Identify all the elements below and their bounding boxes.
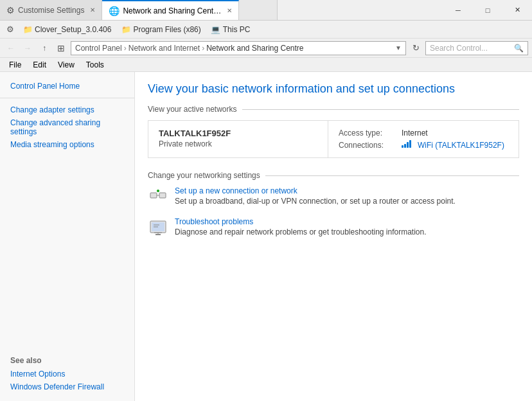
troubleshoot-desc: Diagnose and repair network problems or … bbox=[175, 227, 427, 236]
search-placeholder: Search Control... bbox=[430, 44, 511, 53]
address-field[interactable]: Control Panel › Network and Internet › N… bbox=[71, 41, 406, 55]
pc-icon: 💻 bbox=[211, 25, 220, 34]
search-box[interactable]: Search Control... 🔍 bbox=[425, 41, 528, 55]
breadcrumb-control-panel: Control Panel bbox=[75, 44, 122, 53]
network-type: Private network bbox=[159, 139, 317, 148]
bookmarks-toolbar: ⚙ 📁 Clover_Setup_3.0.406 📁 Program Files… bbox=[0, 21, 532, 39]
sidebar-link-adapter-settings[interactable]: Change adapter settings bbox=[0, 103, 134, 116]
tab1-label: Customise Settings bbox=[18, 6, 84, 15]
page-title: View your basic network information and … bbox=[148, 82, 519, 96]
bookmark-pc-label: This PC bbox=[223, 25, 251, 34]
tab2-label: Network and Sharing Cent… bbox=[123, 6, 221, 15]
window-controls: ─ □ ✕ bbox=[443, 0, 532, 20]
connections-row: Connections: WiFi (TALKTALK1F952F) bbox=[339, 140, 504, 150]
wifi-bars bbox=[402, 140, 411, 148]
settings-item-new-connection: Set up a new connection or network Set u… bbox=[148, 186, 519, 207]
new-connection-text: Set up a new connection or network Set u… bbox=[175, 186, 456, 206]
folder-icon2: 📁 bbox=[121, 25, 130, 34]
home-button[interactable]: ⊞ bbox=[54, 41, 68, 55]
search-icon[interactable]: 🔍 bbox=[514, 44, 524, 53]
network-info-right: Access type: Internet Connections: WiFi … bbox=[328, 121, 515, 157]
back-button[interactable]: ← bbox=[4, 41, 18, 55]
sidebar-link-internet-options[interactable]: Internet Options bbox=[0, 368, 134, 380]
wifi-signal-icon bbox=[402, 140, 412, 150]
wifi-connection-link[interactable]: WiFi (TALKTALK1F952F) bbox=[418, 141, 504, 150]
connections-label: Connections: bbox=[339, 141, 396, 150]
address-bar: ← → ↑ ⊞ Control Panel › Network and Inte… bbox=[0, 39, 532, 58]
sidebar-divider1 bbox=[0, 98, 134, 98]
menu-edit[interactable]: Edit bbox=[28, 59, 51, 71]
menu-view[interactable]: View bbox=[53, 59, 80, 71]
bookmark-clover-label: Clover_Setup_3.0.406 bbox=[35, 25, 111, 34]
bookmark-program-files[interactable]: 📁 Program Files (x86) bbox=[118, 24, 204, 35]
tab2-close[interactable]: ✕ bbox=[227, 7, 232, 14]
folder-icon: 📁 bbox=[23, 25, 32, 34]
refresh-button[interactable]: ↻ bbox=[409, 41, 423, 55]
minimize-button[interactable]: ─ bbox=[443, 0, 473, 20]
settings-item-troubleshoot: Troubleshoot problems Diagnose and repai… bbox=[148, 217, 519, 238]
sidebar: Control Panel Home Change adapter settin… bbox=[0, 72, 135, 401]
tab-customise-settings[interactable]: ⚙ Customise Settings ✕ bbox=[0, 0, 102, 20]
menu-file[interactable]: File bbox=[4, 59, 26, 71]
sidebar-link-advanced-sharing[interactable]: Change advanced sharing settings bbox=[0, 116, 134, 138]
main-layout: Control Panel Home Change adapter settin… bbox=[0, 72, 532, 401]
new-connection-title[interactable]: Set up a new connection or network bbox=[175, 186, 456, 195]
svg-rect-1 bbox=[159, 193, 166, 198]
sidebar-link-control-panel-home[interactable]: Control Panel Home bbox=[0, 80, 134, 93]
svg-rect-0 bbox=[150, 193, 157, 198]
new-connection-icon bbox=[148, 186, 168, 207]
access-type-label: Access type: bbox=[339, 129, 396, 138]
section-divider-networks bbox=[242, 109, 519, 110]
active-networks-header: View your active networks bbox=[148, 105, 519, 114]
content-area: View your basic network information and … bbox=[135, 72, 532, 401]
bookmark-clover[interactable]: 📁 Clover_Setup_3.0.406 bbox=[19, 24, 115, 35]
title-bar: ⚙ Customise Settings ✕ 🌐 Network and Sha… bbox=[0, 0, 532, 21]
access-type-value: Internet bbox=[402, 129, 428, 138]
sep1: › bbox=[124, 44, 127, 53]
troubleshoot-text: Troubleshoot problems Diagnose and repai… bbox=[175, 217, 427, 236]
network-name: TALKTALK1F952F bbox=[159, 129, 317, 138]
tab-bar: ⚙ Customise Settings ✕ 🌐 Network and Sha… bbox=[0, 0, 443, 20]
bookmark-pf-label: Program Files (x86) bbox=[133, 25, 200, 34]
tab1-icon: ⚙ bbox=[6, 5, 15, 15]
new-connection-desc: Set up a broadband, dial-up or VPN conne… bbox=[175, 197, 456, 206]
tab-network-sharing[interactable]: 🌐 Network and Sharing Cent… ✕ bbox=[102, 0, 239, 20]
sidebar-link-defender-firewall[interactable]: Windows Defender Firewall bbox=[0, 380, 134, 393]
sep2: › bbox=[202, 44, 204, 53]
maximize-button[interactable]: □ bbox=[473, 0, 502, 20]
network-info-box: TALKTALK1F952F Private network Access ty… bbox=[148, 120, 519, 158]
dropdown-arrow[interactable]: ▼ bbox=[395, 44, 402, 51]
menu-bar: File Edit View Tools bbox=[0, 58, 532, 72]
close-button[interactable]: ✕ bbox=[502, 0, 532, 20]
sidebar-link-media-streaming[interactable]: Media streaming options bbox=[0, 138, 134, 151]
breadcrumb-current: Network and Sharing Centre bbox=[206, 44, 303, 53]
breadcrumb-network-internet: Network and Internet bbox=[129, 44, 200, 53]
sidebar-see-also-label: See also bbox=[0, 351, 134, 368]
toolbar-icon1[interactable]: ⚙ bbox=[4, 23, 17, 36]
tab2-icon: 🌐 bbox=[109, 6, 120, 16]
active-networks-label: View your active networks bbox=[148, 105, 237, 114]
troubleshoot-icon bbox=[148, 217, 168, 238]
section-divider-settings bbox=[265, 175, 519, 176]
bookmark-this-pc[interactable]: 💻 This PC bbox=[208, 24, 254, 35]
up-button[interactable]: ↑ bbox=[37, 41, 51, 55]
forward-button[interactable]: → bbox=[21, 41, 35, 55]
change-settings-header: Change your networking settings bbox=[148, 171, 519, 180]
network-info-left: TALKTALK1F952F Private network bbox=[148, 121, 328, 157]
menu-tools[interactable]: Tools bbox=[81, 59, 109, 71]
access-type-row: Access type: Internet bbox=[339, 129, 504, 138]
tab1-close[interactable]: ✕ bbox=[90, 6, 95, 13]
change-settings-label: Change your networking settings bbox=[148, 171, 260, 180]
troubleshoot-title[interactable]: Troubleshoot problems bbox=[175, 217, 427, 226]
